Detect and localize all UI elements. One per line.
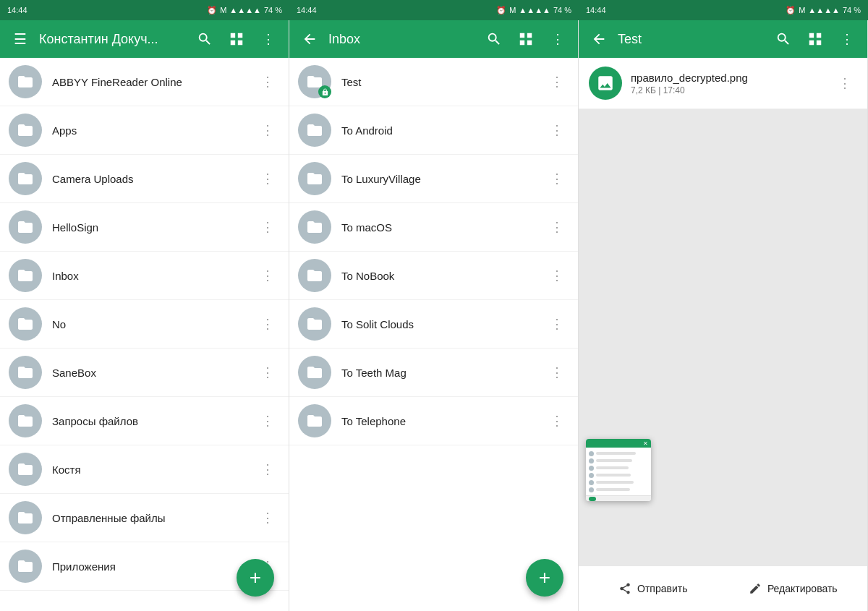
- panel3-title: Test: [618, 32, 765, 47]
- list-item[interactable]: To Solit Clouds ⋮: [289, 300, 578, 349]
- carrier-icon-1: М: [220, 6, 226, 14]
- item-more-icon[interactable]: ⋮: [545, 68, 569, 95]
- folder-icon: [9, 550, 42, 583]
- item-more-icon[interactable]: ⋮: [545, 213, 569, 241]
- item-name: Inbox: [52, 270, 255, 282]
- panel-files: ☰ Константин Докуч... ⋮ ABBYY FineReader…: [0, 20, 289, 611]
- item-name: Отправленные файлы: [52, 512, 255, 524]
- item-more-icon[interactable]: ⋮: [255, 359, 280, 386]
- item-name: SaneBox: [52, 367, 255, 379]
- mini-close-icon[interactable]: ✕: [643, 440, 648, 447]
- mini-bar: [596, 466, 629, 469]
- folder-icon: [298, 162, 331, 195]
- search-icon-panel1[interactable]: [192, 26, 218, 52]
- list-item[interactable]: ABBYY FineReader Online ⋮: [0, 58, 289, 106]
- item-name: No: [52, 318, 255, 330]
- mini-row: [586, 457, 651, 464]
- status-icons-3: ⏰ М ▲▲▲▲ 74 %: [786, 6, 861, 15]
- grid-icon-panel3[interactable]: [802, 26, 828, 52]
- folder-icon: [298, 259, 331, 292]
- item-more-icon[interactable]: ⋮: [545, 262, 569, 289]
- list-item[interactable]: To Android ⋮: [289, 106, 578, 155]
- item-more-icon[interactable]: ⋮: [255, 165, 280, 192]
- grid-icon-panel2[interactable]: [513, 26, 539, 52]
- file-meta-label: 7,2 КБ | 17:40: [631, 85, 833, 95]
- item-name: To Solit Clouds: [341, 318, 545, 330]
- battery-1: 74 %: [264, 6, 282, 14]
- status-panel-2: 14:44 ⏰ М ▲▲▲▲ 74 %: [289, 0, 579, 20]
- send-button[interactable]: Отправить: [586, 575, 720, 602]
- more-icon-panel3[interactable]: ⋮: [834, 26, 860, 52]
- list-item[interactable]: Inbox ⋮: [0, 252, 289, 300]
- folder-icon: [9, 356, 42, 389]
- back-icon-panel2[interactable]: [297, 26, 323, 52]
- list-item[interactable]: Camera Uploads ⋮: [0, 155, 289, 203]
- folder-icon: [298, 114, 331, 147]
- fab-button-panel1[interactable]: +: [237, 559, 274, 597]
- item-name: To macOS: [341, 221, 545, 234]
- item-more-icon[interactable]: ⋮: [255, 456, 280, 483]
- mini-bar: [596, 452, 636, 455]
- alarm-icon: ⏰: [207, 6, 217, 15]
- file-more-icon[interactable]: ⋮: [833, 69, 857, 97]
- back-icon-panel3[interactable]: [586, 26, 612, 52]
- item-more-icon[interactable]: ⋮: [545, 310, 569, 338]
- edit-button[interactable]: Редактировать: [726, 575, 861, 602]
- status-icons-1: ⏰ М ▲▲▲▲ 74 %: [207, 6, 282, 15]
- item-more-icon[interactable]: ⋮: [255, 504, 280, 531]
- list-item[interactable]: SaneBox ⋮: [0, 349, 289, 397]
- mini-indicator-circle: [589, 497, 596, 501]
- alarm-icon-2: ⏰: [496, 6, 506, 15]
- list-item[interactable]: Apps ⋮: [0, 106, 289, 155]
- list-item[interactable]: Отправленные файлы ⋮: [0, 494, 289, 542]
- bottom-actions-bar: Отправить Редактировать: [579, 566, 867, 611]
- folder-icon: [9, 501, 42, 534]
- panel-file-detail: Test ⋮ правило_decrypted.png 7,2 КБ | 17…: [579, 20, 868, 611]
- list-item[interactable]: To LuxuryVillage ⋮: [289, 155, 578, 203]
- mini-bar: [596, 459, 632, 462]
- mini-dot: [589, 473, 594, 478]
- lock-badge: [318, 85, 331, 98]
- item-name: Camera Uploads: [52, 173, 255, 185]
- folder-icon: [298, 65, 331, 98]
- carrier-icon-3: М: [799, 6, 805, 14]
- mini-preview-popup: ✕: [586, 439, 651, 501]
- toolbar-panel3: Test ⋮: [579, 20, 867, 58]
- item-more-icon[interactable]: ⋮: [545, 407, 569, 435]
- item-name: To NoBook: [341, 270, 545, 282]
- list-item[interactable]: To Teeth Mag ⋮: [289, 349, 578, 397]
- toolbar-panel1: ☰ Константин Докуч... ⋮: [0, 20, 289, 58]
- list-item[interactable]: To Telephone ⋮: [289, 397, 578, 445]
- search-icon-panel3[interactable]: [770, 26, 796, 52]
- file-info: правило_decrypted.png 7,2 КБ | 17:40: [631, 72, 833, 95]
- list-item[interactable]: Test ⋮: [289, 58, 578, 106]
- list-item[interactable]: Запросы файлов ⋮: [0, 397, 289, 445]
- item-more-icon[interactable]: ⋮: [545, 359, 569, 386]
- list-item[interactable]: No ⋮: [0, 300, 289, 349]
- item-more-icon[interactable]: ⋮: [255, 310, 280, 338]
- grid-icon-panel1[interactable]: [224, 26, 250, 52]
- item-more-icon[interactable]: ⋮: [255, 407, 280, 435]
- item-more-icon[interactable]: ⋮: [255, 213, 280, 241]
- item-more-icon[interactable]: ⋮: [255, 68, 280, 95]
- item-name: Приложения: [52, 560, 255, 573]
- item-more-icon[interactable]: ⋮: [545, 165, 569, 192]
- carrier-icon-2: М: [509, 6, 516, 14]
- file-name-label: правило_decrypted.png: [631, 72, 833, 84]
- item-more-icon[interactable]: ⋮: [545, 116, 569, 144]
- list-item[interactable]: Костя ⋮: [0, 445, 289, 494]
- list-item[interactable]: To macOS ⋮: [289, 203, 578, 252]
- hamburger-icon[interactable]: ☰: [7, 26, 33, 52]
- search-icon-panel2[interactable]: [481, 26, 507, 52]
- folder-icon: [298, 307, 331, 341]
- more-icon-panel1[interactable]: ⋮: [255, 26, 281, 52]
- toolbar-panel2: Inbox ⋮: [289, 20, 578, 58]
- folder-icon: [298, 356, 331, 389]
- mini-dot: [589, 480, 594, 485]
- more-icon-panel2[interactable]: ⋮: [545, 26, 571, 52]
- item-more-icon[interactable]: ⋮: [255, 262, 280, 289]
- fab-button-panel2[interactable]: +: [526, 559, 563, 597]
- item-more-icon[interactable]: ⋮: [255, 116, 280, 144]
- list-item[interactable]: HelloSign ⋮: [0, 203, 289, 252]
- list-item[interactable]: To NoBook ⋮: [289, 252, 578, 300]
